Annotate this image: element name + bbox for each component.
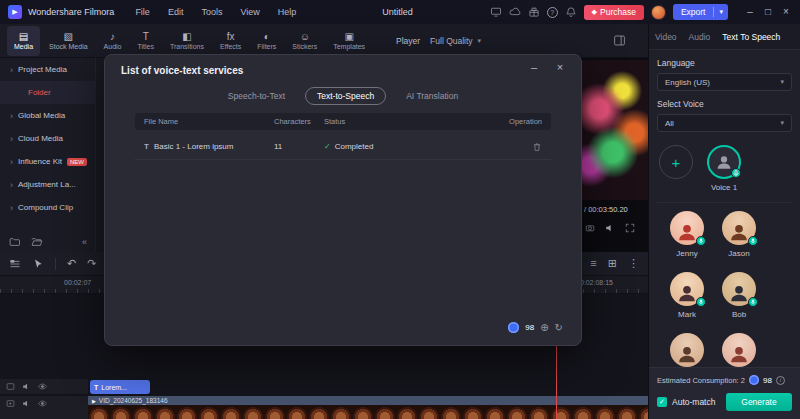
open-folder-icon[interactable] (31, 236, 43, 248)
minimize-button[interactable]: – (741, 0, 759, 24)
sidebar-item-compound-clip[interactable]: › Compound Clip (0, 196, 95, 219)
pointer-tool-icon[interactable] (32, 258, 44, 270)
file-name: Basic 1 - Lorem ipsum (154, 142, 234, 151)
selected-voice[interactable]: Voice 1 (707, 145, 741, 192)
video-clip-header: ▶ VID_20240625_183146 (88, 396, 648, 405)
help-icon[interactable]: ? (547, 7, 558, 18)
tab-effects[interactable]: fx Effects (213, 26, 248, 56)
video-track-header: Video 2 (0, 396, 88, 419)
fullscreen-icon[interactable] (625, 223, 635, 233)
menu-edit[interactable]: Edit (159, 0, 193, 24)
credits-balance: 98 (763, 376, 772, 385)
sidebar-item-global-media[interactable]: › Global Media (0, 104, 95, 127)
voice-filter-dropdown[interactable]: All ▾ (657, 114, 792, 132)
player-label: Player (396, 36, 420, 46)
menu-tools[interactable]: Tools (192, 0, 231, 24)
sidebar-item-adjustment-layer[interactable]: › Adjustment La... (0, 173, 95, 196)
panel-layout-icon[interactable] (613, 34, 626, 47)
voice-bob[interactable]: Bob (713, 272, 765, 319)
tab-stickers[interactable]: ☺ Stickers (285, 26, 324, 56)
tab-stock-media[interactable]: ▧ Stock Media (42, 26, 95, 56)
video-clip[interactable]: ▶ VID_20240625_183146 (88, 396, 648, 419)
tab-audio-panel[interactable]: Audio (683, 24, 717, 49)
menu-view[interactable]: View (231, 0, 268, 24)
tab-audio[interactable]: ♪ Audio (97, 26, 129, 56)
tab-templates[interactable]: ▣ Templates (326, 26, 372, 56)
table-row[interactable]: T Basic 1 - Lorem ipsum 11 ✓ Completed (135, 134, 551, 160)
templates-icon: ▣ (344, 31, 353, 42)
sidebar-item-folder[interactable]: Folder (0, 81, 95, 104)
voice-partial-2[interactable] (713, 333, 765, 367)
voice-mark[interactable]: Mark (661, 272, 713, 319)
export-chevron-icon[interactable]: ▾ (714, 8, 728, 16)
menu-help[interactable]: Help (269, 0, 306, 24)
notification-bell-icon[interactable] (565, 6, 577, 18)
visibility-icon (38, 382, 47, 391)
snapshot-icon[interactable] (585, 223, 595, 233)
sidebar-item-project-media[interactable]: › Project Media (0, 58, 95, 81)
purchase-button[interactable]: ◆ Purchase (584, 5, 644, 20)
undo-icon[interactable]: ↶ (67, 258, 76, 269)
titles-icon: T (143, 31, 149, 42)
video-clip-thumbnails (88, 405, 648, 419)
timeline-more-icon[interactable]: ⋮ (628, 258, 639, 269)
dialog-close-icon[interactable]: × (553, 61, 567, 73)
tab-filters[interactable]: ◐ Filters (250, 26, 283, 56)
filters-icon: ◐ (264, 31, 270, 42)
export-button[interactable]: Export ▾ (673, 4, 728, 20)
refresh-icon[interactable]: ↻ (555, 322, 563, 333)
delete-icon[interactable] (532, 142, 542, 152)
media-sidebar: › Project Media Folder › Global Media › … (0, 58, 96, 252)
tab-video[interactable]: Video (649, 24, 683, 49)
speaker-icon[interactable] (605, 223, 615, 233)
chevron-right-icon: › (10, 157, 13, 167)
chevron-right-icon: › (10, 203, 13, 213)
divider (55, 258, 56, 270)
person-icon (728, 343, 750, 365)
maximize-button[interactable]: □ (759, 0, 777, 24)
timeline-menu-icon[interactable]: ≡ (590, 258, 596, 269)
redo-icon[interactable]: ↷ (87, 258, 96, 269)
voice-jenny[interactable]: Jenny (661, 211, 713, 258)
sidebar-item-cloud-media[interactable]: › Cloud Media (0, 127, 95, 150)
cloud-icon[interactable] (509, 6, 521, 18)
quality-dropdown[interactable]: Full Quality ▾ (430, 36, 481, 46)
tab-titles[interactable]: T Titles (131, 26, 161, 56)
tab-media[interactable]: ▤ Media (7, 26, 40, 56)
voice-partial-1[interactable] (661, 333, 713, 367)
tab-text-to-speech[interactable]: Text To Speech (716, 24, 786, 49)
mic-badge-icon (731, 168, 741, 178)
text-clip[interactable]: T Lorem... (90, 380, 150, 394)
chevron-right-icon: › (10, 65, 13, 75)
new-folder-icon[interactable] (9, 236, 21, 248)
character-count: 11 (274, 142, 324, 151)
language-dropdown[interactable]: English (US) ▾ (657, 73, 792, 91)
generate-button[interactable]: Generate (726, 393, 792, 411)
tab-speech-to-text[interactable]: Speech-to-Text (216, 87, 297, 105)
dialog-minimize-icon[interactable]: – (527, 61, 541, 73)
close-button[interactable]: × (777, 0, 795, 24)
tab-text-to-speech-dialog[interactable]: Text-to-Speech (305, 87, 386, 105)
mic-badge-icon (748, 297, 758, 307)
text-file-icon: T (144, 142, 149, 151)
preview-video[interactable] (580, 60, 648, 200)
gift-icon[interactable] (528, 6, 540, 18)
voice-jason[interactable]: Jason (713, 211, 765, 258)
add-credits-icon[interactable]: ⊕ (540, 322, 548, 333)
user-avatar[interactable] (651, 5, 666, 20)
track-manager-icon[interactable] (9, 258, 21, 270)
menu-file[interactable]: File (126, 0, 159, 24)
tab-ai-translation[interactable]: AI Translation (394, 87, 470, 105)
diamond-icon: ◆ (592, 8, 597, 16)
timeline-zoom-fit-icon[interactable]: ⊞ (608, 258, 617, 269)
auto-match-checkbox[interactable]: ✓ (657, 397, 667, 407)
layout-icon[interactable] (490, 6, 502, 18)
add-voice-button[interactable]: + (659, 145, 693, 179)
sidebar-item-influence-kit[interactable]: › Influence Kit NEW (0, 150, 95, 173)
info-icon[interactable]: i (776, 376, 785, 385)
play-icon: ▶ (92, 398, 96, 404)
chevron-down-icon: ▾ (780, 119, 784, 127)
collapse-sidebar-icon[interactable]: « (82, 237, 87, 247)
dialog-title: List of voice-text services (121, 65, 243, 76)
tab-transitions[interactable]: ◧ Transitions (163, 26, 211, 56)
